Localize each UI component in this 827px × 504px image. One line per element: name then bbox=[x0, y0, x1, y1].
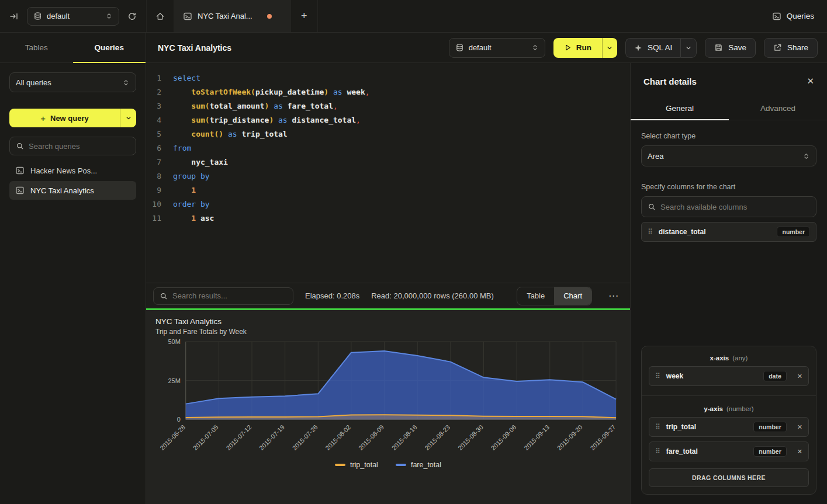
new-tab-button[interactable]: + bbox=[291, 0, 318, 32]
query-filter-select[interactable]: All queries bbox=[9, 72, 136, 92]
sidebar-tabs: Tables Queries bbox=[0, 33, 146, 63]
code-line: 9 1 bbox=[146, 183, 630, 197]
code-text: sum(trip_distance) as distance_total, bbox=[173, 113, 361, 127]
save-icon bbox=[714, 43, 723, 52]
topbar-database-selector[interactable]: default bbox=[27, 7, 119, 26]
query-search-field[interactable] bbox=[29, 142, 130, 151]
legend-item[interactable]: trip_total bbox=[335, 461, 378, 469]
refresh-button[interactable] bbox=[127, 12, 137, 21]
x-axis-list: ⠿weekdate✕ bbox=[649, 366, 809, 386]
query-search-input[interactable] bbox=[9, 137, 136, 155]
remove-column-icon[interactable]: ✕ bbox=[797, 448, 802, 456]
column-chip[interactable]: ⠿fare_totalnumber✕ bbox=[649, 442, 809, 461]
share-button[interactable]: Share bbox=[764, 38, 818, 58]
unsaved-changes-dot bbox=[267, 14, 272, 19]
svg-text:2015-09-27: 2015-09-27 bbox=[589, 423, 617, 451]
view-toggle-chart[interactable]: Chart bbox=[554, 287, 591, 305]
chart-type-value: Area bbox=[648, 152, 663, 161]
page-title: NYC Taxi Analytics bbox=[158, 43, 231, 53]
code-text: select bbox=[173, 71, 200, 85]
query-list-item[interactable]: NYC Taxi Analytics bbox=[9, 181, 136, 200]
tab-nyc-taxi-analytics[interactable]: NYC Taxi Anal... bbox=[174, 0, 291, 32]
line-number: 3 bbox=[146, 99, 173, 113]
divider bbox=[642, 395, 816, 396]
results-search-input[interactable] bbox=[153, 287, 293, 305]
column-chip[interactable]: ⠿distance_totalnumber bbox=[641, 222, 816, 242]
axis-config-box: x-axis(any) ⠿weekdate✕ y-axis(number) ⠿t… bbox=[641, 346, 816, 495]
code-line: 8group by bbox=[146, 169, 630, 183]
drag-handle-icon[interactable]: ⠿ bbox=[648, 228, 653, 236]
sql-ai-dropdown-button[interactable] bbox=[680, 38, 697, 58]
more-options-icon[interactable]: ⋯ bbox=[604, 290, 623, 302]
header-database-selector[interactable]: default bbox=[449, 38, 545, 58]
tab-general[interactable]: General bbox=[631, 97, 729, 120]
share-icon bbox=[773, 43, 782, 52]
svg-text:2015-07-19: 2015-07-19 bbox=[258, 423, 286, 451]
app-window: default NYC Taxi Anal... bbox=[0, 0, 827, 504]
query-icon bbox=[183, 12, 192, 21]
run-button-label: Run bbox=[576, 43, 591, 52]
svg-text:2015-06-28: 2015-06-28 bbox=[158, 423, 186, 451]
new-query-button[interactable]: + New query bbox=[9, 109, 120, 127]
columns-search-input[interactable] bbox=[641, 196, 816, 217]
code-text: count() as trip_total bbox=[173, 127, 288, 141]
svg-text:50M: 50M bbox=[168, 338, 181, 345]
remove-column-icon[interactable]: ✕ bbox=[797, 373, 802, 380]
sql-ai-button[interactable]: SQL AI bbox=[625, 38, 680, 58]
results-toolbar: Elapsed: 0.208s Read: 20,000,000 rows (2… bbox=[146, 283, 630, 308]
query-list-item[interactable]: Hacker News Pos... bbox=[9, 161, 136, 180]
chart-subtitle: Trip and Fare Totals by Week bbox=[155, 328, 621, 336]
topbar-left: default bbox=[0, 0, 146, 32]
main-area: NYC Taxi Analytics default bbox=[146, 33, 827, 504]
close-icon[interactable]: ✕ bbox=[807, 76, 814, 86]
column-name: fare_total bbox=[666, 447, 698, 456]
line-number: 6 bbox=[146, 141, 173, 155]
drag-columns-drop-zone[interactable]: DRAG COLUMNS HERE bbox=[649, 468, 809, 487]
run-button[interactable]: Run bbox=[553, 38, 602, 58]
topbar-database-value: default bbox=[47, 12, 70, 20]
drag-handle-icon[interactable]: ⠿ bbox=[655, 372, 660, 380]
legend-swatch bbox=[396, 464, 406, 466]
view-toggle-table[interactable]: Table bbox=[517, 287, 554, 305]
column-chip[interactable]: ⠿trip_totalnumber✕ bbox=[649, 417, 809, 437]
code-line: 2 toStartOfWeek(pickup_datetime) as week… bbox=[146, 85, 630, 99]
line-number: 9 bbox=[146, 183, 173, 197]
search-icon bbox=[16, 142, 24, 150]
column-chip[interactable]: ⠿weekdate✕ bbox=[649, 366, 809, 386]
results-search-field[interactable] bbox=[172, 291, 287, 300]
code-line: 4 sum(trip_distance) as distance_total, bbox=[146, 113, 630, 127]
view-toggle: TableChart bbox=[517, 287, 592, 305]
results-chart[interactable]: 025M50M2015-06-282015-07-052015-07-12201… bbox=[155, 338, 621, 461]
line-number: 8 bbox=[146, 169, 173, 183]
code-line: 10order by bbox=[146, 197, 630, 211]
drag-handle-icon[interactable]: ⠿ bbox=[655, 423, 660, 431]
elapsed-time: Elapsed: 0.208s bbox=[305, 291, 359, 300]
legend-item[interactable]: fare_total bbox=[396, 461, 441, 469]
code-line: 7 nyc_taxi bbox=[146, 155, 630, 169]
code-line: 1select bbox=[146, 71, 630, 85]
drag-handle-icon[interactable]: ⠿ bbox=[655, 447, 660, 456]
tab-advanced[interactable]: Advanced bbox=[729, 97, 827, 120]
y-axis-hint: (number) bbox=[726, 405, 754, 412]
home-tab[interactable] bbox=[146, 0, 174, 32]
code-text: nyc_taxi bbox=[173, 155, 228, 169]
tab-tables[interactable]: Tables bbox=[0, 33, 73, 62]
run-dropdown-button[interactable] bbox=[602, 38, 617, 58]
chart-details-header: Chart details ✕ bbox=[631, 63, 827, 97]
save-button[interactable]: Save bbox=[705, 38, 756, 58]
tab-queries[interactable]: Queries bbox=[73, 33, 146, 62]
chart-type-select[interactable]: Area bbox=[641, 145, 816, 166]
chevrons-updown-icon bbox=[802, 152, 810, 160]
collapse-sidebar-icon[interactable] bbox=[9, 12, 19, 21]
remove-column-icon[interactable]: ✕ bbox=[797, 423, 802, 431]
queries-button[interactable]: Queries bbox=[772, 12, 814, 21]
sql-editor[interactable]: 1select2 toStartOfWeek(pickup_datetime) … bbox=[146, 63, 630, 283]
chart-type-label: Select chart type bbox=[641, 132, 816, 140]
columns-search-field[interactable] bbox=[660, 203, 810, 211]
available-columns-list: ⠿distance_totalnumber bbox=[641, 217, 816, 242]
x-axis-title: x-axis(any) bbox=[649, 354, 809, 362]
new-query-dropdown-button[interactable] bbox=[120, 109, 136, 127]
chevrons-updown-icon bbox=[105, 12, 113, 20]
legend-label: fare_total bbox=[411, 461, 441, 469]
column-name: trip_total bbox=[666, 423, 696, 431]
